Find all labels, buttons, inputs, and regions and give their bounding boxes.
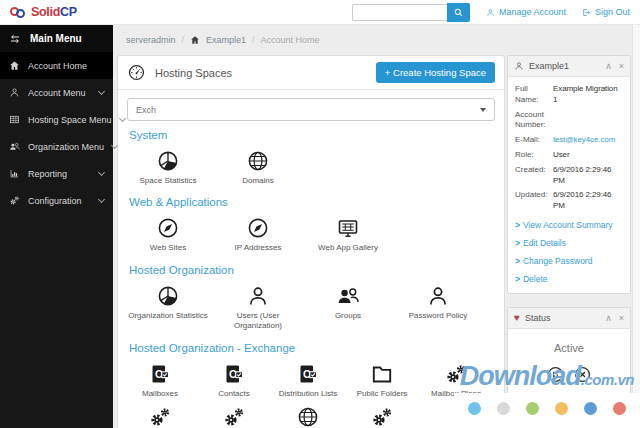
hosting-item-public-folders[interactable]: Public Folders: [345, 362, 419, 399]
hosting-space-select[interactable]: Exch: [127, 98, 495, 121]
compass-icon: [156, 216, 180, 240]
section-items: Web SitesIP AddressesWeb App Gallery: [118, 208, 504, 255]
breadcrumb: serveradmin / Example1 / Account Home: [113, 25, 640, 55]
top-header: SolidCP Manage Account Sign Out: [0, 0, 640, 25]
hosting-space-select-value: Exch: [136, 105, 156, 115]
close-icon[interactable]: ×: [619, 61, 624, 71]
account-link-delete[interactable]: >Delete: [515, 274, 623, 284]
manage-account-link[interactable]: Manage Account: [486, 7, 566, 17]
content-area: serveradmin / Example1 / Account Home Ho…: [113, 25, 640, 428]
gears-icon: [148, 405, 172, 428]
create-hosting-space-button[interactable]: + Create Hosting Space: [376, 62, 495, 83]
hosting-item-users-user-organization[interactable]: Users (User Organization): [213, 284, 303, 332]
field-label: Created:: [515, 165, 553, 187]
hosting-item-web-sites[interactable]: Web Sites: [123, 216, 213, 253]
hosting-item-distribution-lists[interactable]: Distribution Lists: [271, 362, 345, 399]
hosting-item-mailbox-plans[interactable]: Mailbox Plans: [419, 362, 493, 399]
monitor-icon: [336, 216, 360, 240]
main-sidebar: Main Menu Account HomeAccount MenuHostin…: [0, 25, 113, 428]
hosting-item-password-policy[interactable]: Password Policy: [393, 284, 483, 321]
sidebar-item-configuration[interactable]: Configuration: [0, 187, 113, 214]
brand-solid: Solid: [31, 5, 60, 19]
hosting-item-ip-addresses[interactable]: IP Addresses: [213, 216, 303, 253]
brand-text: SolidCP: [31, 5, 77, 19]
account-link-edit-details[interactable]: >Edit Details: [515, 238, 623, 248]
hosting-item-organization-statistics[interactable]: Organization Statistics: [123, 284, 213, 321]
account-link-view-account-summary[interactable]: >View Account Summary: [515, 220, 623, 230]
section-items: Space StatisticsDomains: [118, 141, 504, 188]
field-value: Example Migration 1: [553, 84, 623, 106]
hosting-item-retention-policy[interactable]: Retention Policy: [123, 405, 197, 428]
hosting-item-label: Web App Gallery: [303, 243, 393, 253]
hosting-item-domains[interactable]: Domains: [213, 149, 303, 186]
panel-title: Hosting Spaces: [155, 67, 232, 79]
sidebar-item-reporting[interactable]: Reporting: [0, 160, 113, 187]
sidebar-item-label: Hosting Space Menu: [28, 115, 112, 125]
outlook-icon: [222, 362, 246, 386]
account-field-e-mail: E-Mail:test@key4ce.com: [515, 135, 623, 146]
main-menu-toggle[interactable]: Main Menu: [0, 25, 113, 52]
section-hosted-organization-exchange: Hosted Organization - ExchangeMailboxesC…: [118, 342, 504, 428]
sidebar-item-organization-menu[interactable]: Organization Menu: [0, 133, 113, 160]
hosting-item-web-app-gallery[interactable]: Web App Gallery: [303, 216, 393, 253]
link-arrow-icon: >: [515, 256, 520, 266]
hosting-item-groups[interactable]: Groups: [303, 284, 393, 321]
folder-icon: [370, 362, 394, 386]
account-field-account-number: Account Number:: [515, 110, 623, 132]
outlook-icon: [296, 362, 320, 386]
status-widget-header: ♥ Status ∧ ×: [508, 308, 630, 329]
sidebar-item-label: Account Home: [28, 61, 104, 71]
hosting-item-space-statistics[interactable]: Space Statistics: [123, 149, 213, 186]
breadcrumb-separator: /: [182, 35, 185, 45]
hosting-item-label: Domains: [213, 176, 303, 186]
user-icon: [514, 61, 524, 71]
sidebar-item-hosting-space-menu[interactable]: Hosting Space Menu: [0, 106, 113, 133]
hosting-item-storage-usage[interactable]: Storage Usage: [345, 405, 419, 428]
section-web-applications: Web & ApplicationsWeb SitesIP AddressesW…: [118, 196, 504, 255]
search-button[interactable]: [447, 3, 470, 22]
hosting-item-accepted-domains[interactable]: Accepted Domains: [271, 405, 345, 428]
search-input[interactable]: [352, 4, 447, 21]
hosting-item-label: Organization Statistics: [123, 311, 213, 321]
sign-out-icon: [582, 8, 591, 17]
section-title: System: [129, 129, 493, 141]
section-title: Hosted Organization - Exchange: [129, 342, 493, 354]
hosting-spaces-panel: Hosting Spaces + Create Hosting Space Ex…: [117, 55, 505, 428]
field-value: 6/9/2016 2:29:46 PM: [553, 190, 623, 212]
hosting-item-label: Web Sites: [123, 243, 213, 253]
account-field-created: Created:6/9/2016 2:29:46 PM: [515, 165, 623, 187]
field-label: Account Number:: [515, 110, 553, 132]
email-link[interactable]: test@key4ce.com: [553, 135, 615, 146]
gears-icon: [370, 405, 394, 428]
link-arrow-icon: >: [515, 238, 520, 248]
sidebar-item-account-menu[interactable]: Account Menu: [0, 79, 113, 106]
breadcrumb-serveradmin[interactable]: serveradmin: [126, 35, 176, 45]
account-link-change-password[interactable]: >Change Password: [515, 256, 623, 266]
collapse-icon[interactable]: ∧: [605, 61, 612, 71]
hosting-item-retention-policy-tag[interactable]: Retention Policy Tag: [197, 405, 271, 428]
sidebar-item-account-home[interactable]: Account Home: [0, 52, 113, 79]
status-widget-title: Status: [525, 313, 551, 323]
hosting-sections: SystemSpace StatisticsDomainsWeb & Appli…: [118, 129, 504, 428]
user-icon: [486, 8, 495, 17]
account-widget-body: Full Name:Example Migration 1Account Num…: [508, 77, 630, 293]
collapse-icon[interactable]: ∧: [605, 313, 612, 323]
section-items: MailboxesContactsDistribution ListsPubli…: [118, 354, 504, 428]
pause-button[interactable]: [546, 365, 565, 384]
solidcp-logo[interactable]: SolidCP: [10, 5, 77, 19]
sign-out-label: Sign Out: [595, 7, 630, 17]
sign-out-link[interactable]: Sign Out: [582, 7, 630, 17]
search-group: [352, 3, 470, 22]
user-icon: [426, 284, 450, 308]
scrollbar[interactable]: [632, 25, 640, 428]
account-field-full-name: Full Name:Example Migration 1: [515, 84, 623, 106]
breadcrumb-example1[interactable]: Example1: [206, 35, 246, 45]
hosting-item-mailboxes[interactable]: Mailboxes: [123, 362, 197, 399]
hosting-spaces-header: Hosting Spaces + Create Hosting Space: [118, 56, 504, 90]
close-icon[interactable]: ×: [619, 313, 624, 323]
stop-button[interactable]: [573, 365, 592, 384]
hosting-item-contacts[interactable]: Contacts: [197, 362, 271, 399]
breadcrumb-account-home: Account Home: [261, 35, 320, 45]
chevron-down-icon: [98, 168, 105, 175]
field-label: Updated:: [515, 190, 553, 212]
